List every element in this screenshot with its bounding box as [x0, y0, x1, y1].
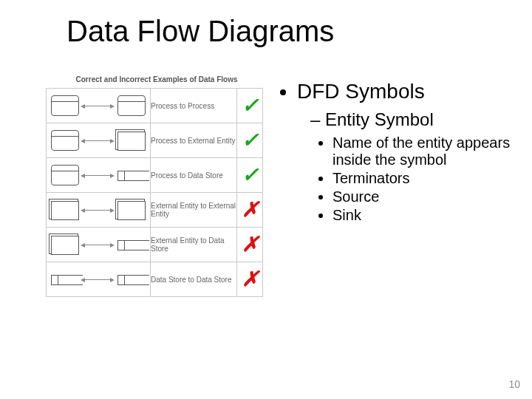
- double-arrow-icon: [82, 175, 113, 176]
- cross-icon: ✗: [237, 262, 263, 297]
- bullet-l2: Entity Symbol Name of the entity appears…: [310, 109, 517, 224]
- shapes-cell: [47, 123, 150, 157]
- double-arrow-icon: [82, 245, 113, 245]
- row-label: Process to Process: [151, 89, 237, 123]
- dfd-examples-figure: Correct and Incorrect Examples of Data F…: [46, 75, 267, 297]
- slide: Data Flow Diagrams Correct and Incorrect…: [0, 0, 532, 399]
- dfd-examples-table: Process to Process✓Process to External E…: [46, 88, 263, 297]
- table-row: Process to Process✓: [47, 89, 263, 123]
- shapes-cell: [47, 228, 150, 262]
- check-icon: ✓: [237, 158, 263, 193]
- check-icon: ✓: [237, 89, 263, 123]
- bullet-l3-list: Name of the entity appears inside the sy…: [310, 134, 517, 224]
- bullet-l3-item: Source: [332, 188, 517, 205]
- shapes-cell: [47, 262, 150, 296]
- table-row: Process to Data Store✓: [47, 158, 263, 193]
- bullet-l2-text: Entity Symbol: [325, 109, 434, 129]
- bullet-l1-text: DFD Symbols: [297, 80, 425, 103]
- double-arrow-icon: [82, 106, 113, 106]
- bullet-l3-item: Sink: [332, 207, 517, 224]
- cross-icon: ✗: [237, 193, 263, 228]
- double-arrow-icon: [82, 140, 113, 141]
- table-row: External Entity to Data Store✗: [47, 228, 263, 262]
- table-row: Process to External Entity✓: [47, 123, 263, 158]
- bullet-l1: DFD Symbols Entity Symbol Name of the en…: [297, 80, 517, 224]
- row-label: Process to External Entity: [151, 123, 237, 158]
- page-number: 10: [508, 378, 520, 390]
- bullet-l3-item: Name of the entity appears inside the sy…: [332, 134, 517, 168]
- check-icon: ✓: [237, 123, 263, 158]
- shapes-cell: [47, 193, 150, 227]
- bullet-l3-item: Terminators: [332, 170, 517, 187]
- row-label: External Entity to External Entity: [151, 193, 237, 228]
- slide-title: Data Flow Diagrams: [66, 15, 334, 48]
- cross-icon: ✗: [237, 228, 263, 262]
- double-arrow-icon: [82, 210, 113, 211]
- row-label: Process to Data Store: [151, 158, 237, 193]
- row-label: External Entity to Data Store: [151, 228, 237, 262]
- shapes-cell: [47, 89, 150, 123]
- content-block: DFD Symbols Entity Symbol Name of the en…: [281, 80, 517, 225]
- table-row: External Entity to External Entity✗: [47, 193, 263, 228]
- table-row: Data Store to Data Store✗: [47, 262, 263, 297]
- double-arrow-icon: [82, 279, 113, 280]
- figure-caption: Correct and Incorrect Examples of Data F…: [46, 75, 267, 83]
- row-label: Data Store to Data Store: [151, 262, 237, 297]
- shapes-cell: [47, 158, 150, 192]
